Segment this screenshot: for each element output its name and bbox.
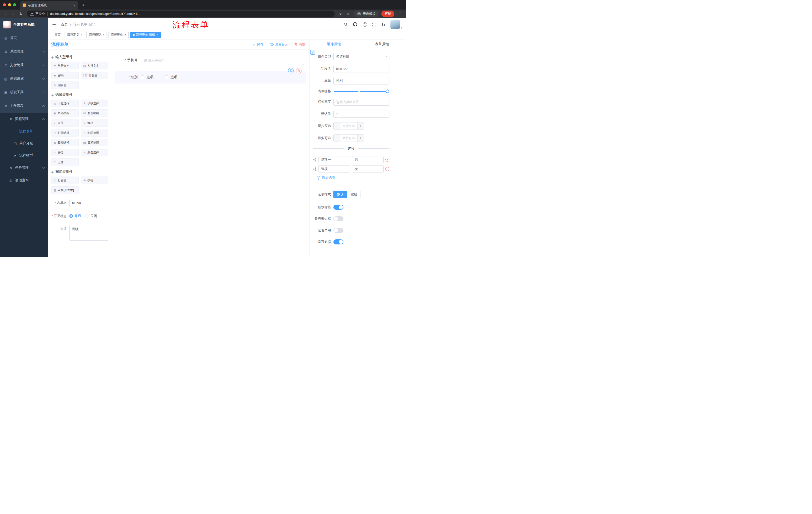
palette-item-password[interactable]: ▣密码 xyxy=(51,72,79,79)
option-label-input[interactable] xyxy=(318,156,350,163)
sidebar-item-devtools[interactable]: ▣ 研发工具 xyxy=(0,85,48,99)
default-value-input[interactable] xyxy=(334,110,389,118)
sidebar-item-workflow[interactable]: ≋ 工作流程 xyxy=(0,99,48,113)
tab-close-icon[interactable]: × xyxy=(73,3,76,7)
hamburger-icon[interactable] xyxy=(52,23,57,26)
palette-item-time-picker[interactable]: ◷时间选择 xyxy=(51,129,79,137)
address-bar[interactable]: 不安全 dashboard.yudao.iocoder.cn/bpm/manag… xyxy=(27,10,335,17)
max-select-value[interactable]: 最多可选 xyxy=(340,135,357,141)
tag-close-icon[interactable]: × xyxy=(81,33,82,37)
form-grid-slider[interactable] xyxy=(334,91,387,92)
palette-item-time-range[interactable]: ◔时间范围 xyxy=(81,129,108,137)
slider-handle[interactable] xyxy=(386,89,389,93)
forward-button[interactable]: → xyxy=(10,12,17,16)
sidebar-item-task-mgmt[interactable]: ⋔ 任务管理 xyxy=(0,161,48,174)
tag-process-form[interactable]: 流程表单 × xyxy=(108,32,128,38)
password-key-icon[interactable] xyxy=(338,12,344,16)
palette-item-button[interactable]: ⊞按钮 xyxy=(81,177,108,184)
reload-button[interactable]: ↻ xyxy=(18,11,24,16)
option-style-default[interactable]: 默认 xyxy=(334,191,347,198)
bookmark-star-icon[interactable]: ☆ xyxy=(345,12,351,16)
window-close-button[interactable] xyxy=(3,3,6,6)
sidebar-item-process-model[interactable]: ➤ 流程模型 xyxy=(0,150,48,161)
search-icon[interactable] xyxy=(344,22,348,26)
gender-checkbox-option1[interactable]: 选项一 xyxy=(141,75,157,79)
gender-checkbox-option2[interactable]: 选项二 xyxy=(165,75,181,79)
status-off-radio[interactable]: 关闭 xyxy=(85,214,97,218)
remove-option-icon[interactable]: − xyxy=(385,158,389,162)
sidebar-item-infra[interactable]: ▤ 基础设施 xyxy=(0,72,48,85)
drag-handle-icon[interactable] xyxy=(313,158,317,161)
window-zoom-button[interactable] xyxy=(13,3,16,6)
browser-menu-icon[interactable]: ⋮ xyxy=(397,11,404,16)
sidebar-item-system[interactable]: ⚙ 系统管理 xyxy=(0,45,48,58)
delete-field-button[interactable] xyxy=(296,68,301,74)
canvas-field-gender[interactable]: *性别 选项一 选项二 xyxy=(115,71,306,83)
user-avatar[interactable]: ▾ xyxy=(390,20,402,29)
palette-item-select[interactable]: ◎下拉选择 xyxy=(51,100,79,107)
sidebar-item-process-mgmt[interactable]: ≡ 流程管理 xyxy=(0,113,48,125)
font-size-icon[interactable]: TT xyxy=(381,22,385,26)
option-style-button[interactable]: 按钮 xyxy=(347,191,361,198)
save-button[interactable]: ✓ 保存 xyxy=(253,42,264,47)
palette-item-color-picker[interactable]: ◑颜色选择 xyxy=(81,148,108,156)
tag-close-icon[interactable]: × xyxy=(103,33,104,37)
border-switch[interactable] xyxy=(334,216,343,221)
minus-button[interactable]: − xyxy=(334,123,340,130)
breadcrumb-home[interactable]: 首页 xyxy=(61,22,68,27)
new-tab-button[interactable]: + xyxy=(78,1,88,9)
plus-button[interactable]: + xyxy=(357,135,364,141)
clear-button[interactable]: 清空 xyxy=(294,42,306,47)
sidebar-item-leave-query[interactable]: ⊙ 请假查询 xyxy=(0,174,48,187)
palette-item-checkbox-group[interactable]: ☑多选框组 xyxy=(81,109,108,117)
palette-item-date-picker[interactable]: ▦日期选择 xyxy=(51,139,79,146)
view-json-button[interactable]: 查看json xyxy=(269,42,288,47)
palette-item-row-container[interactable]: ◫行容器 xyxy=(51,177,79,184)
tag-process-form-edit[interactable]: 流程表单-编辑 × xyxy=(130,32,161,38)
tag-close-icon[interactable]: × xyxy=(124,33,126,37)
add-option-button[interactable]: + 添加选项 xyxy=(317,175,389,180)
palette-item-cascader[interactable]: ⋔级联选择 xyxy=(81,100,108,107)
palette-item-editor[interactable]: ✎编辑器 xyxy=(51,81,79,89)
canvas-field-phone[interactable]: *手机号 xyxy=(115,52,306,69)
show-label-switch[interactable] xyxy=(334,205,343,210)
copy-field-button[interactable] xyxy=(288,68,294,74)
palette-item-counter[interactable]: 123计数器 xyxy=(81,72,108,79)
sidebar-item-user-groups[interactable]: ◫ 用户分组 xyxy=(0,137,48,150)
browser-tab[interactable]: 芋道管理系统 × xyxy=(20,1,78,9)
palette-item-radio-group[interactable]: ◉单选框组 xyxy=(51,109,79,117)
minus-button[interactable]: − xyxy=(334,135,340,141)
palette-item-single-text[interactable]: ▭单行文本 xyxy=(51,62,79,70)
tab-component-props[interactable]: 组件属性 xyxy=(310,39,358,49)
palette-item-table[interactable]: ▦表格[开发中] xyxy=(51,186,79,194)
drag-handle-icon[interactable] xyxy=(313,167,317,171)
field-name-input[interactable] xyxy=(334,65,389,73)
option-value-input[interactable] xyxy=(352,156,384,163)
tag-process-model[interactable]: 流程模型 × xyxy=(86,32,107,38)
remark-textarea[interactable]: 嘿嘿 xyxy=(69,225,108,241)
fullscreen-icon[interactable] xyxy=(372,23,376,26)
disabled-switch[interactable] xyxy=(334,228,343,233)
palette-item-slider[interactable]: ∿滑块 xyxy=(81,119,108,127)
sidebar-item-process-form[interactable]: ▭ 流程表单 xyxy=(0,125,48,137)
tab-form-props[interactable]: 表单属性 xyxy=(358,39,406,49)
tag-home[interactable]: 首页 xyxy=(52,32,63,38)
phone-input[interactable] xyxy=(141,56,304,65)
label-width-input[interactable] xyxy=(334,98,389,106)
palette-item-multi-text[interactable]: ▤多行文本 xyxy=(81,62,108,70)
chrome-update-button[interactable]: 更新 xyxy=(381,10,394,17)
remove-option-icon[interactable]: − xyxy=(385,167,389,171)
palette-item-upload[interactable]: ↥上传 xyxy=(51,158,79,166)
tag-close-icon[interactable]: × xyxy=(156,33,158,37)
tag-process-definition[interactable]: 流程定义 × xyxy=(64,32,85,38)
min-select-value[interactable]: 至少应选 xyxy=(340,123,357,130)
form-name-input[interactable] xyxy=(69,199,108,207)
link-icon[interactable] xyxy=(310,50,315,55)
status-on-radio[interactable]: 开启 xyxy=(69,214,81,218)
title-input[interactable] xyxy=(334,77,389,84)
option-label-input[interactable] xyxy=(318,165,350,172)
plus-button[interactable]: + xyxy=(357,123,364,130)
palette-item-rate[interactable]: ☆评分 xyxy=(51,148,79,156)
back-button[interactable]: ← xyxy=(2,12,9,16)
help-icon[interactable]: ? xyxy=(363,22,367,27)
